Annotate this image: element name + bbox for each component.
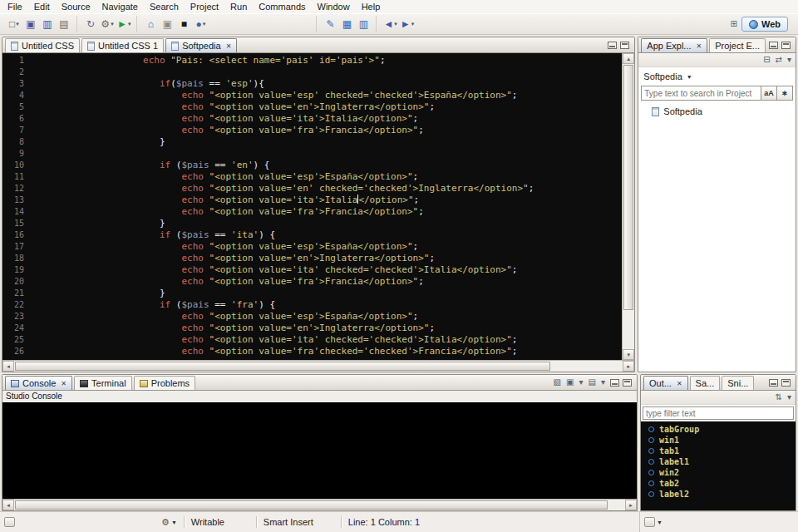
code-editor[interactable]: 1234567891011121314151617181920212223242… bbox=[2, 53, 634, 360]
outline-item-tab2[interactable]: tab2 bbox=[641, 478, 796, 489]
terminal-button[interactable]: ■ bbox=[175, 16, 192, 32]
maximize-icon[interactable] bbox=[620, 42, 629, 49]
save-button[interactable]: ▣ bbox=[22, 16, 39, 32]
open-perspective-icon[interactable]: ⊞ bbox=[731, 20, 737, 28]
menu-project[interactable]: Project bbox=[185, 1, 224, 12]
minimize-icon[interactable] bbox=[769, 379, 778, 387]
code-token: "<option value='fra'>Francia</option>" bbox=[209, 276, 419, 287]
horizontal-scroll-thumb[interactable] bbox=[15, 362, 550, 371]
close-icon[interactable]: ✕ bbox=[61, 380, 66, 387]
project-tree[interactable]: Softpedia bbox=[638, 103, 796, 372]
editor-preferences-button[interactable]: ⚙ ▼ bbox=[161, 517, 177, 528]
screenshot-button[interactable]: ▣ bbox=[159, 16, 175, 32]
menu-edit[interactable]: Edit bbox=[28, 1, 56, 12]
outline-tree[interactable]: tabGroupwin1tab1label1win2tab2label2 bbox=[641, 421, 796, 510]
print-button[interactable]: ▤ bbox=[56, 16, 72, 32]
menu-navigate[interactable]: Navigate bbox=[96, 1, 144, 12]
tab-softpedia[interactable]: Softpedia✕ bbox=[165, 38, 237, 52]
chevron-down-icon[interactable]: ▾ bbox=[601, 378, 605, 387]
horizontal-scroll-track[interactable] bbox=[14, 500, 625, 510]
open-console-icon[interactable]: ▤ bbox=[589, 378, 596, 387]
close-icon[interactable]: ✕ bbox=[226, 42, 232, 50]
tab-out[interactable]: Out...✕ bbox=[643, 376, 688, 390]
console-horizontal-scrollbar[interactable]: ◄ ► bbox=[2, 499, 637, 510]
tab-sa[interactable]: Sa... bbox=[690, 376, 721, 390]
close-icon[interactable]: ✕ bbox=[677, 380, 682, 387]
web-preview-button[interactable]: ⌂ bbox=[142, 16, 159, 32]
line-numbers[interactable]: 1234567891011121314151617181920212223242… bbox=[7, 53, 27, 360]
project-selector[interactable]: Softpedia ▼ bbox=[638, 67, 796, 84]
view-menu-icon[interactable]: ▾ bbox=[787, 393, 791, 401]
outline-item-label2[interactable]: label2 bbox=[641, 489, 796, 500]
match-case-button[interactable]: aA bbox=[761, 86, 777, 101]
color-picker-button[interactable]: ●▾ bbox=[192, 16, 209, 32]
run-button[interactable]: ►▾ bbox=[116, 16, 132, 32]
outline-item-win1[interactable]: win1 bbox=[641, 435, 796, 446]
tree-item-softpedia[interactable]: Softpedia bbox=[638, 106, 796, 117]
tab-problems[interactable]: Problems bbox=[134, 376, 195, 390]
outline-item-win2[interactable]: win2 bbox=[641, 467, 796, 478]
view-menu-icon[interactable]: ▾ bbox=[787, 56, 791, 64]
tab-untitled-css[interactable]: Untitled CSS bbox=[5, 38, 80, 52]
maximize-icon[interactable] bbox=[781, 379, 791, 387]
new-wizard-button[interactable]: □▾ bbox=[6, 16, 22, 32]
clear-console-icon[interactable]: ▧ bbox=[554, 378, 561, 387]
save-all-button[interactable]: ▥ bbox=[39, 16, 56, 32]
edit-button[interactable]: ✎ bbox=[322, 16, 338, 32]
status-fastview-icon[interactable] bbox=[4, 517, 15, 527]
scroll-up-icon[interactable]: ▲ bbox=[623, 53, 634, 64]
menu-run[interactable]: Run bbox=[224, 1, 253, 12]
vertical-scroll-thumb[interactable] bbox=[623, 65, 633, 310]
horizontal-scroll-thumb[interactable] bbox=[15, 500, 608, 510]
tab-terminal[interactable]: Terminal bbox=[74, 376, 132, 390]
code-token: 'esp' bbox=[225, 78, 253, 89]
project-search-input[interactable] bbox=[641, 86, 761, 101]
columns-button[interactable]: ▥ bbox=[355, 16, 372, 32]
forward-button[interactable]: ►▾ bbox=[399, 16, 416, 32]
tab-untitled-css-1[interactable]: Untitled CSS 1 bbox=[81, 38, 164, 52]
fastview-toolbar-icon[interactable] bbox=[644, 517, 655, 527]
menu-window[interactable]: Window bbox=[312, 1, 356, 12]
chevron-down-icon[interactable]: ▾ bbox=[579, 378, 583, 387]
scroll-down-icon[interactable]: ▼ bbox=[623, 349, 634, 360]
scroll-right-icon[interactable]: ► bbox=[625, 500, 637, 510]
editor-horizontal-scrollbar[interactable]: ◄ ► bbox=[2, 360, 634, 372]
horizontal-scroll-track[interactable] bbox=[14, 361, 623, 372]
link-with-editor-icon[interactable]: ⇄ bbox=[776, 56, 782, 64]
settings-button[interactable]: ⚙▾ bbox=[99, 16, 116, 32]
menu-source[interactable]: Source bbox=[56, 1, 96, 12]
vertical-scroll-track[interactable] bbox=[623, 64, 634, 349]
menu-file[interactable]: File bbox=[2, 1, 28, 12]
outline-item-label1[interactable]: label1 bbox=[641, 456, 796, 467]
regex-button[interactable]: ∗ bbox=[777, 86, 793, 101]
tab-project-e[interactable]: Project E... bbox=[709, 38, 766, 52]
scroll-left-icon[interactable]: ◄ bbox=[2, 361, 14, 372]
tab-app-expl[interactable]: App Expl...✕ bbox=[641, 38, 707, 52]
display-console-icon[interactable]: ▣ bbox=[566, 378, 574, 387]
console-output[interactable] bbox=[2, 402, 637, 499]
table-button[interactable]: ▦ bbox=[338, 16, 355, 32]
tab-sni[interactable]: Sni... bbox=[722, 376, 754, 390]
outline-item-tabgroup[interactable]: tabGroup bbox=[641, 424, 796, 435]
minimize-icon[interactable] bbox=[610, 379, 619, 387]
outline-item-tab1[interactable]: tab1 bbox=[641, 446, 796, 456]
scroll-left-icon[interactable]: ◄ bbox=[2, 500, 14, 510]
scroll-right-icon[interactable]: ► bbox=[623, 361, 634, 372]
close-icon[interactable]: ✕ bbox=[697, 42, 702, 50]
maximize-icon[interactable] bbox=[623, 379, 632, 387]
menu-search[interactable]: Search bbox=[144, 1, 185, 12]
perspective-web-button[interactable]: Web bbox=[741, 17, 788, 32]
outline-filter-input[interactable] bbox=[643, 406, 794, 420]
tab-console[interactable]: Console✕ bbox=[5, 376, 72, 390]
sort-icon[interactable]: ⇅ bbox=[776, 393, 782, 401]
minimize-icon[interactable] bbox=[608, 42, 617, 49]
collapse-all-icon[interactable]: ⊟ bbox=[763, 56, 770, 64]
minimize-icon[interactable] bbox=[769, 42, 778, 49]
menu-commands[interactable]: Commands bbox=[253, 1, 311, 12]
back-button[interactable]: ◄▾ bbox=[382, 16, 398, 32]
menu-help[interactable]: Help bbox=[356, 1, 387, 12]
refresh-button[interactable]: ↻ bbox=[82, 16, 99, 32]
maximize-icon[interactable] bbox=[781, 42, 791, 49]
code-lines[interactable]: echo "Pais: <select name='pais' id='pais… bbox=[27, 53, 622, 360]
editor-vertical-scrollbar[interactable]: ▲ ▼ bbox=[622, 53, 634, 360]
